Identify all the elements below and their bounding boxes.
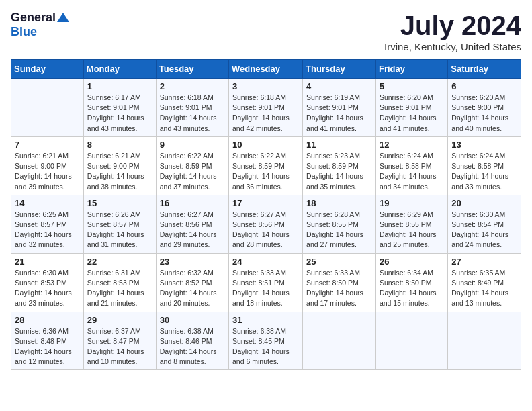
- day-number: 23: [160, 257, 225, 267]
- day-number: 10: [232, 140, 299, 150]
- cell-content: Sunrise: 6:21 AM Sunset: 9:00 PM Dayligh…: [15, 151, 80, 192]
- header-day-wednesday: Wednesday: [229, 60, 303, 79]
- calendar-week-row: 28Sunrise: 6:36 AM Sunset: 8:48 PM Dayli…: [11, 312, 521, 370]
- cell-content: Sunrise: 6:22 AM Sunset: 8:59 PM Dayligh…: [232, 151, 299, 192]
- cell-content: Sunrise: 6:27 AM Sunset: 8:56 PM Dayligh…: [160, 210, 225, 250]
- header-day-monday: Monday: [83, 60, 156, 79]
- calendar-cell: 15Sunrise: 6:26 AM Sunset: 8:57 PM Dayli…: [83, 195, 156, 253]
- cell-content: Sunrise: 6:18 AM Sunset: 9:01 PM Dayligh…: [232, 93, 299, 134]
- header-day-tuesday: Tuesday: [156, 60, 228, 79]
- calendar-cell: 7Sunrise: 6:21 AM Sunset: 9:00 PM Daylig…: [11, 136, 84, 195]
- cell-content: Sunrise: 6:23 AM Sunset: 8:59 PM Dayligh…: [306, 151, 372, 192]
- day-number: 17: [232, 198, 299, 208]
- header-day-friday: Friday: [375, 60, 447, 79]
- calendar-cell: 14Sunrise: 6:25 AM Sunset: 8:57 PM Dayli…: [11, 195, 84, 253]
- cell-content: Sunrise: 6:17 AM Sunset: 9:01 PM Dayligh…: [87, 93, 152, 134]
- calendar-header-row: SundayMondayTuesdayWednesdayThursdayFrid…: [11, 60, 521, 79]
- calendar-cell: 29Sunrise: 6:37 AM Sunset: 8:47 PM Dayli…: [83, 312, 156, 370]
- day-number: 4: [306, 81, 372, 91]
- page-header: General Blue July 2024 Irvine, Kentucky,…: [11, 11, 521, 52]
- cell-content: Sunrise: 6:29 AM Sunset: 8:55 PM Dayligh…: [380, 210, 444, 250]
- cell-content: Sunrise: 6:30 AM Sunset: 8:54 PM Dayligh…: [451, 210, 517, 250]
- calendar-cell: 11Sunrise: 6:23 AM Sunset: 8:59 PM Dayli…: [303, 136, 376, 195]
- cell-content: Sunrise: 6:20 AM Sunset: 9:00 PM Dayligh…: [451, 93, 517, 134]
- day-number: 18: [306, 198, 372, 208]
- cell-content: Sunrise: 6:27 AM Sunset: 8:56 PM Dayligh…: [232, 210, 299, 250]
- cell-content: Sunrise: 6:22 AM Sunset: 8:59 PM Dayligh…: [160, 151, 225, 192]
- month-title: July 2024: [384, 11, 521, 41]
- calendar-cell: 26Sunrise: 6:34 AM Sunset: 8:50 PM Dayli…: [375, 253, 447, 312]
- day-number: 22: [87, 257, 152, 267]
- calendar-cell: 18Sunrise: 6:28 AM Sunset: 8:55 PM Dayli…: [303, 195, 376, 253]
- day-number: 12: [380, 140, 444, 150]
- calendar-cell: 9Sunrise: 6:22 AM Sunset: 8:59 PM Daylig…: [156, 136, 228, 195]
- calendar-cell: 28Sunrise: 6:36 AM Sunset: 8:48 PM Dayli…: [11, 312, 84, 370]
- calendar-cell: 1Sunrise: 6:17 AM Sunset: 9:01 PM Daylig…: [83, 79, 156, 137]
- day-number: 1: [87, 81, 152, 91]
- header-day-thursday: Thursday: [303, 60, 376, 79]
- day-number: 9: [160, 140, 225, 150]
- calendar-cell: 8Sunrise: 6:21 AM Sunset: 9:00 PM Daylig…: [83, 136, 156, 195]
- day-number: 27: [451, 257, 517, 267]
- cell-content: Sunrise: 6:26 AM Sunset: 8:57 PM Dayligh…: [87, 210, 152, 250]
- cell-content: Sunrise: 6:33 AM Sunset: 8:50 PM Dayligh…: [306, 268, 372, 309]
- cell-content: Sunrise: 6:31 AM Sunset: 8:53 PM Dayligh…: [87, 268, 152, 309]
- calendar-cell: [303, 312, 376, 370]
- calendar-cell: [448, 312, 521, 370]
- day-number: 31: [232, 315, 299, 325]
- calendar-cell: 5Sunrise: 6:20 AM Sunset: 9:01 PM Daylig…: [375, 79, 447, 137]
- calendar-cell: 24Sunrise: 6:33 AM Sunset: 8:51 PM Dayli…: [229, 253, 303, 312]
- day-number: 15: [87, 198, 152, 208]
- calendar-cell: [11, 79, 84, 137]
- header-day-sunday: Sunday: [11, 60, 84, 79]
- day-number: 26: [380, 257, 444, 267]
- day-number: 29: [87, 315, 152, 325]
- cell-content: Sunrise: 6:18 AM Sunset: 9:01 PM Dayligh…: [160, 93, 225, 134]
- location-title: Irvine, Kentucky, United States: [384, 41, 521, 52]
- day-number: 24: [232, 257, 299, 267]
- cell-content: Sunrise: 6:21 AM Sunset: 9:00 PM Dayligh…: [87, 151, 152, 192]
- calendar-cell: 6Sunrise: 6:20 AM Sunset: 9:00 PM Daylig…: [448, 79, 521, 137]
- calendar-cell: 22Sunrise: 6:31 AM Sunset: 8:53 PM Dayli…: [83, 253, 156, 312]
- calendar-cell: 27Sunrise: 6:35 AM Sunset: 8:49 PM Dayli…: [448, 253, 521, 312]
- calendar-week-row: 7Sunrise: 6:21 AM Sunset: 9:00 PM Daylig…: [11, 136, 521, 195]
- day-number: 21: [15, 257, 80, 267]
- cell-content: Sunrise: 6:38 AM Sunset: 8:45 PM Dayligh…: [232, 326, 299, 367]
- cell-content: Sunrise: 6:28 AM Sunset: 8:55 PM Dayligh…: [306, 210, 372, 250]
- logo: General Blue: [11, 11, 69, 39]
- day-number: 19: [380, 198, 444, 208]
- day-number: 7: [15, 140, 80, 150]
- header-day-saturday: Saturday: [448, 60, 521, 79]
- calendar-cell: 21Sunrise: 6:30 AM Sunset: 8:53 PM Dayli…: [11, 253, 84, 312]
- day-number: 25: [306, 257, 372, 267]
- cell-content: Sunrise: 6:24 AM Sunset: 8:58 PM Dayligh…: [451, 151, 517, 192]
- calendar-cell: 31Sunrise: 6:38 AM Sunset: 8:45 PM Dayli…: [229, 312, 303, 370]
- day-number: 20: [451, 198, 517, 208]
- day-number: 5: [380, 81, 444, 91]
- day-number: 3: [232, 81, 299, 91]
- cell-content: Sunrise: 6:24 AM Sunset: 8:58 PM Dayligh…: [380, 151, 444, 192]
- logo-arrow-icon: [57, 11, 69, 24]
- cell-content: Sunrise: 6:35 AM Sunset: 8:49 PM Dayligh…: [451, 268, 517, 309]
- calendar-cell: 10Sunrise: 6:22 AM Sunset: 8:59 PM Dayli…: [229, 136, 303, 195]
- day-number: 2: [160, 81, 225, 91]
- calendar-cell: [375, 312, 447, 370]
- calendar-cell: 23Sunrise: 6:32 AM Sunset: 8:52 PM Dayli…: [156, 253, 228, 312]
- calendar-cell: 2Sunrise: 6:18 AM Sunset: 9:01 PM Daylig…: [156, 79, 228, 137]
- day-number: 30: [160, 315, 225, 325]
- day-number: 11: [306, 140, 372, 150]
- cell-content: Sunrise: 6:37 AM Sunset: 8:47 PM Dayligh…: [87, 326, 152, 367]
- cell-content: Sunrise: 6:32 AM Sunset: 8:52 PM Dayligh…: [160, 268, 225, 309]
- svg-marker-0: [57, 13, 69, 22]
- cell-content: Sunrise: 6:30 AM Sunset: 8:53 PM Dayligh…: [15, 268, 80, 309]
- day-number: 14: [15, 198, 80, 208]
- calendar-cell: 3Sunrise: 6:18 AM Sunset: 9:01 PM Daylig…: [229, 79, 303, 137]
- day-number: 13: [451, 140, 517, 150]
- calendar-table: SundayMondayTuesdayWednesdayThursdayFrid…: [11, 59, 521, 370]
- logo-general-text: General: [11, 11, 56, 25]
- calendar-cell: 25Sunrise: 6:33 AM Sunset: 8:50 PM Dayli…: [303, 253, 376, 312]
- calendar-cell: 16Sunrise: 6:27 AM Sunset: 8:56 PM Dayli…: [156, 195, 228, 253]
- cell-content: Sunrise: 6:25 AM Sunset: 8:57 PM Dayligh…: [15, 210, 80, 250]
- day-number: 6: [451, 81, 517, 91]
- calendar-cell: 20Sunrise: 6:30 AM Sunset: 8:54 PM Dayli…: [448, 195, 521, 253]
